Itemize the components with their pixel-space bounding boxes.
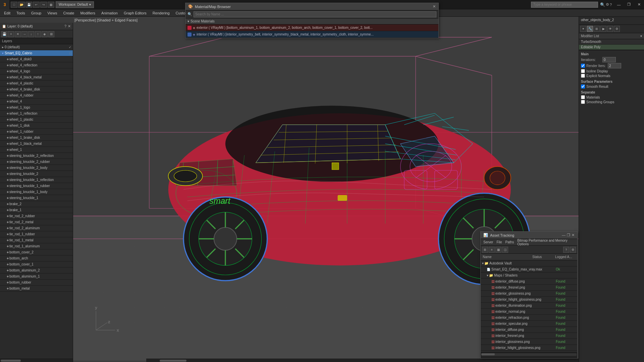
at-menu-server[interactable]: Server: [482, 240, 494, 244]
asset-tracking-maximize[interactable]: ❐: [567, 233, 570, 237]
layer-item-wheel1disk[interactable]: ◆ wheel_1_disk: [0, 123, 73, 129]
layer-item-wheel4[interactable]: ◆ wheel_4: [0, 99, 73, 105]
menu-tools[interactable]: Tools: [14, 10, 28, 16]
smoothing-groups-check[interactable]: [581, 100, 585, 104]
at-menu-bitmap[interactable]: Bitmap Performance and Memory Options: [516, 239, 576, 246]
layer-item-wheel1plastic[interactable]: ◆ wheel_1_plastic: [0, 117, 73, 123]
layer-close-btn[interactable]: ✕: [68, 24, 71, 28]
layer-item-tr1metal[interactable]: ◆ tie_rod_1_metal: [0, 237, 73, 243]
modify-icon[interactable]: 🔧: [587, 26, 593, 32]
menu-group[interactable]: Group: [29, 10, 44, 16]
layer-item-barch[interactable]: ◆ bottom_arch: [0, 255, 73, 261]
asset-ext-higloss-row[interactable]: 🖼 exterior_hilight_glossiness.png Found: [481, 297, 577, 303]
layer-item-bc2[interactable]: ◆ bottom_cover_2: [0, 249, 73, 255]
create-icon[interactable]: ✦: [580, 26, 586, 32]
open-btn[interactable]: 📂: [18, 2, 25, 8]
layer-item-sk2body[interactable]: ◆ steering_knuckle_2_body: [0, 165, 73, 171]
layer-item-bmetal[interactable]: ◆ bottom_metal: [0, 286, 73, 292]
layer-item-wheel4plastic[interactable]: ◆ wheel_4_plastic: [0, 80, 73, 86]
hierarchy-icon[interactable]: ⊞: [594, 26, 600, 32]
layer-item-tr2metal[interactable]: ◆ tie_rod_2_metal: [0, 219, 73, 225]
asset-int-diff-row[interactable]: 🖼 interior_diffuse.png Found: [481, 327, 577, 333]
exterior-material-entry[interactable]: ◈ exterior ( VRayMtl ) [bottom_aluminum_…: [185, 24, 438, 31]
layer-h-scrollbar[interactable]: [0, 359, 73, 362]
render-iters-check[interactable]: [581, 64, 585, 68]
menu-views[interactable]: Views: [45, 10, 60, 16]
at-view-btn1[interactable]: ⊞: [482, 247, 488, 253]
layer-item-smart-eq[interactable]: ▾ Smart_EQ_Cabrio □: [0, 50, 73, 56]
layer-btn5[interactable]: ⊞: [48, 31, 54, 37]
modifier-turbosmooth[interactable]: TurboSmooth: [579, 39, 644, 45]
layer-item-wheel1[interactable]: ◆ wheel_1: [0, 147, 73, 153]
layer-item-tr2rubber[interactable]: ◆ tie_rod_2_rubber: [0, 213, 73, 219]
at-view-btn4[interactable]: ◫: [502, 247, 508, 253]
save-btn[interactable]: 💾: [25, 2, 32, 8]
layer-item-wheel1brakedisk[interactable]: ◆ wheel_1_brake_disk: [0, 135, 73, 141]
scene-materials-expand-icon[interactable]: ▾: [187, 19, 189, 23]
close-button[interactable]: ✕: [634, 0, 644, 9]
layer-item-wheel4ref[interactable]: ◆ wheel_4_reflection: [0, 62, 73, 68]
layer-item-tr2alum[interactable]: ◆ tie_rod_2_aluminum: [0, 225, 73, 231]
layer-item-sk2ref[interactable]: ◆ steering_knuckle_2_reflection: [0, 153, 73, 159]
asset-ext-diff-row[interactable]: 🖼 exterior_diffuse.png Found: [481, 279, 577, 285]
motion-icon[interactable]: ▶: [600, 26, 606, 32]
layer-add-btn[interactable]: +: [8, 31, 14, 37]
at-help-btn[interactable]: ?: [563, 247, 569, 253]
display-icon[interactable]: 👁: [607, 26, 613, 32]
asset-ext-gloss-row[interactable]: 🖼 exterior_glossiness.png Found: [481, 291, 577, 297]
layer-item-default[interactable]: ▸ 0 (default) ✓: [0, 44, 73, 50]
menu-animation[interactable]: Animation: [99, 10, 120, 16]
at-settings-btn[interactable]: ⚙: [570, 247, 576, 253]
layer-item-sk1body[interactable]: ◆ steering_knuckle_1_body: [0, 189, 73, 195]
layer-list[interactable]: ▸ 0 (default) ✓ ▾ Smart_EQ_Cabrio □ ◆ wh…: [0, 44, 73, 359]
layer-item-ba2[interactable]: ◆ bottom_aluminum_2: [0, 267, 73, 274]
asset-maps-folder-row[interactable]: ▾ 📁 Maps / Shaders: [481, 273, 577, 279]
asset-vault-row[interactable]: ▾ 📁 Autodesk Vault: [481, 260, 577, 266]
menu-modifiers[interactable]: Modifiers: [77, 10, 98, 16]
utils-icon[interactable]: ⚙: [614, 26, 620, 32]
material-search-input[interactable]: [194, 11, 436, 17]
menu-create[interactable]: Create: [60, 10, 77, 16]
search-icon[interactable]: 🔍: [600, 2, 605, 7]
layer-item-wheel1logo[interactable]: ◆ wheel_1_logo: [0, 105, 73, 111]
layer-item-brubber[interactable]: ◆ bottom_rubber: [0, 280, 73, 286]
asset-int-gloss-row[interactable]: 🖼 interior_glossiness.png Found: [481, 339, 577, 345]
minimize-button[interactable]: —: [614, 0, 624, 9]
layer-item-sk1ref[interactable]: ◆ steering_knuckle_1_reflection: [0, 177, 73, 183]
maximize-button[interactable]: ❐: [624, 0, 634, 9]
layer-item-sk1rubber[interactable]: ◆ steering_knuckle_1_rubber: [0, 183, 73, 189]
tool1-btn[interactable]: ▦: [48, 2, 54, 8]
at-menu-file[interactable]: File: [495, 240, 503, 244]
menu-edit[interactable]: Edit: [1, 10, 13, 16]
layer-item-ba1[interactable]: ◆ bottom_aluminum_1: [0, 274, 73, 280]
layer-item-wheel1ref[interactable]: ◆ wheel_1_reflection: [0, 111, 73, 117]
layer-item-wheel1rubber[interactable]: ◆ wheel_1_rubber: [0, 129, 73, 135]
isoline-check[interactable]: [581, 69, 585, 73]
layer-item-wheel4rubber[interactable]: ◆ wheel_4_rubber: [0, 93, 73, 99]
new-btn[interactable]: □: [11, 2, 17, 8]
modifier-list-arrow[interactable]: ▾: [640, 34, 642, 38]
workspace-button[interactable]: Workspace: Default ▾: [56, 1, 94, 8]
asset-h-scrollbar[interactable]: [481, 353, 577, 356]
layer-btn3[interactable]: ↑: [35, 31, 41, 37]
materials-check[interactable]: [581, 95, 585, 99]
interior-material-entry[interactable]: ◈ interior ( VRayMtl ) [interior_symmetr…: [185, 31, 438, 38]
at-view-btn3[interactable]: ▦: [495, 247, 501, 253]
menu-rendering[interactable]: Rendering: [150, 10, 172, 16]
layer-btn1[interactable]: →: [21, 31, 28, 37]
layer-item-sk2rubber[interactable]: ◆ steering_knuckle_2_rubber: [0, 159, 73, 165]
layer-h-scroll-thumb[interactable]: [1, 360, 21, 362]
undo-btn[interactable]: ↩: [33, 2, 40, 8]
asset-ext-spec-row[interactable]: 🖼 exterior_specular.png Found: [481, 321, 577, 327]
explicit-normals-check[interactable]: [581, 74, 585, 78]
layer-item-tr1alum[interactable]: ◆ tie_rod_1_aluminum: [0, 243, 73, 249]
layer-item-wheel4brake[interactable]: ◆ wheel_4_brake_disk: [0, 86, 73, 93]
layer-item-tr1rubber[interactable]: ◆ tie_rod_1_rubber: [0, 231, 73, 237]
keyword-search-input[interactable]: [531, 2, 598, 8]
layer-btn2[interactable]: ↓: [28, 31, 34, 37]
layer-btn4[interactable]: ◈: [42, 31, 48, 37]
asset-scroll-thumb[interactable]: [481, 353, 495, 355]
layer-item-brake2[interactable]: ◆ brake_2: [0, 201, 73, 207]
layer-item-bc1[interactable]: ◆ bottom_cover_1: [0, 261, 73, 267]
layer-item-brake1[interactable]: ◆ brake_1: [0, 207, 73, 213]
